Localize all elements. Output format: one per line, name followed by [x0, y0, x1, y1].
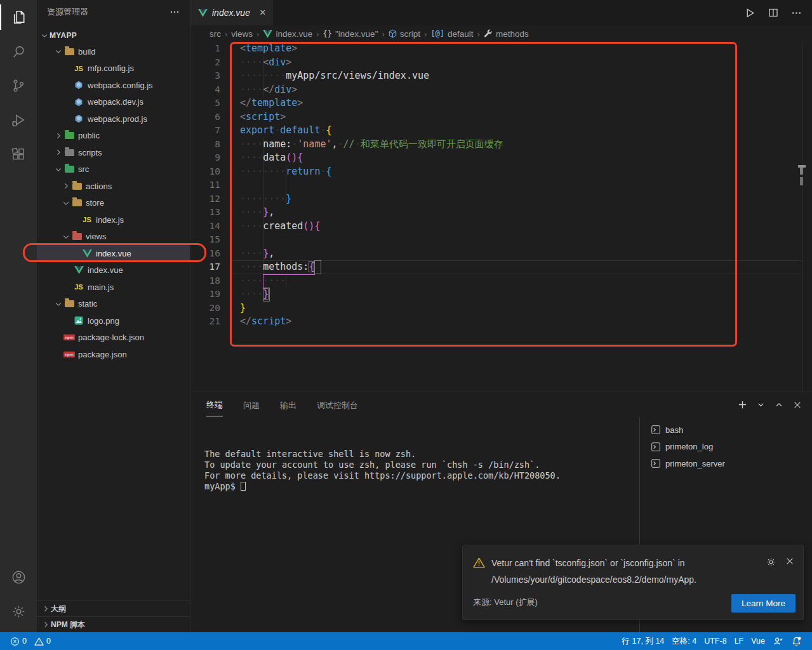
file-tree: buildJSmfp.config.jswebpack.config.jsweb… — [37, 43, 190, 363]
tree-item-public[interactable]: public — [37, 128, 190, 145]
maximize-panel-icon[interactable] — [775, 401, 783, 409]
terminal-picker-icon[interactable] — [757, 401, 765, 409]
encoding[interactable]: UTF-8 — [700, 637, 730, 646]
breadcrumb-item[interactable]: methods — [484, 29, 529, 39]
tree-item-actions[interactable]: actions — [37, 178, 190, 195]
code-line-7[interactable]: 7export·default·{ — [190, 124, 812, 138]
tab-index-vue[interactable]: index.vue × — [190, 0, 273, 25]
notifications-bell-icon[interactable] — [787, 636, 806, 647]
panel-tab-terminal[interactable]: 终端 — [206, 393, 223, 416]
terminal-instance-primeton_server[interactable]: primeton_server — [640, 455, 812, 472]
split-editor-icon[interactable] — [768, 8, 778, 18]
code-line-18[interactable]: 18········ — [190, 274, 812, 288]
settings-icon — [11, 604, 27, 620]
activity-bar-item-account[interactable] — [0, 560, 37, 594]
breadcrumb-item[interactable]: views — [231, 29, 253, 39]
activity-bar-item-settings[interactable] — [0, 594, 37, 628]
new-terminal-icon[interactable] — [738, 400, 747, 409]
breadcrumb-item[interactable]: src — [210, 29, 221, 39]
code-line-6[interactable]: 6<script> — [190, 110, 812, 124]
activity-bar-item-source-control[interactable] — [0, 69, 37, 103]
tree-item-index.js[interactable]: JSindex.js — [37, 211, 190, 229]
tree-item-index.vue[interactable]: index.vue — [37, 262, 190, 279]
more-actions-icon[interactable] — [170, 7, 180, 17]
code-line-5[interactable]: 5</template> — [190, 96, 812, 110]
code-line-20[interactable]: 20} — [190, 302, 812, 315]
js-icon: JS — [74, 65, 83, 72]
tree-item-label: store — [86, 198, 104, 208]
activity-bar-item-extensions[interactable] — [0, 137, 37, 171]
activity-bar-item-search[interactable] — [0, 34, 37, 69]
breadcrumb-item[interactable]: [@]default — [430, 29, 473, 39]
breadcrumb-label: index.vue — [276, 29, 312, 39]
tree-item-package-lock.json[interactable]: npmpackage-lock.json — [37, 329, 190, 347]
tree-item-views[interactable]: views — [37, 229, 190, 246]
terminal-instance-primeton_log[interactable]: primeton_log — [640, 439, 812, 456]
notification-settings-gear-icon[interactable] — [766, 557, 776, 567]
project-section-header[interactable]: MYAPP — [37, 28, 190, 43]
code-line-10[interactable]: 10········return·{ — [190, 165, 812, 179]
code-line-1[interactable]: 1<template> — [190, 42, 812, 56]
tree-item-webpack.config.js[interactable]: webpack.config.js — [37, 77, 190, 94]
tree-item-index.vue[interactable]: index.vue — [37, 245, 190, 262]
code-line-3[interactable]: 3········myApp/src/views/index.vue — [190, 69, 812, 83]
activity-bar-item-run-debug[interactable] — [0, 103, 37, 137]
feedback-icon[interactable] — [769, 636, 787, 646]
tree-item-webpack.prod.js[interactable]: webpack.prod.js — [37, 110, 190, 128]
tree-item-package.json[interactable]: npmpackage.json — [37, 346, 190, 363]
tree-item-main.js[interactable]: JSmain.js — [37, 279, 190, 296]
eol-selector[interactable]: LF — [731, 637, 748, 646]
activity-bar-item-explorer[interactable] — [0, 0, 37, 34]
run-icon[interactable] — [745, 8, 755, 18]
breadcrumb-label: views — [231, 29, 253, 39]
tab-label: index.vue — [212, 8, 250, 18]
tree-item-scripts[interactable]: scripts — [37, 144, 190, 161]
close-icon[interactable] — [785, 557, 794, 566]
more-actions-icon[interactable] — [791, 8, 802, 18]
panel-tab-problems[interactable]: 问题 — [243, 394, 260, 416]
code-line-12[interactable]: 12········} — [190, 192, 812, 206]
tree-item-store[interactable]: store — [37, 195, 190, 212]
panel-tab-debug-console[interactable]: 调试控制台 — [317, 394, 358, 416]
language-mode[interactable]: Vue — [747, 637, 769, 646]
learn-more-button[interactable]: Learn More — [731, 594, 795, 613]
panel-tab-output[interactable]: 输出 — [280, 394, 296, 416]
tree-item-static[interactable]: static — [37, 296, 190, 313]
code-line-15[interactable]: 15 — [190, 233, 812, 247]
code-line-4[interactable]: 4····</div> — [190, 83, 812, 97]
breadcrumb-item[interactable]: {}"index.vue" — [323, 29, 378, 39]
code-line-8[interactable]: 8····name:·'name',·//·和菜单代码一致即可开启页面缓存 — [190, 138, 812, 152]
code-line-21[interactable]: 21</script> — [190, 315, 812, 329]
indentation[interactable]: 空格: 4 — [668, 636, 700, 647]
breadcrumb-item[interactable]: script — [389, 29, 420, 39]
code-line-17[interactable]: 17····methods:{ — [190, 260, 812, 274]
tree-item-build[interactable]: build — [37, 43, 190, 60]
code-line-2[interactable]: 2····<div> — [190, 56, 812, 70]
terminal-output[interactable]: The default interactive shell is now zsh… — [204, 449, 561, 492]
tree-item-src[interactable]: src — [37, 161, 190, 178]
tree-item-logo.png[interactable]: logo.png — [37, 312, 190, 329]
source-control-icon — [11, 78, 26, 93]
breadcrumb-item[interactable]: index.vue — [263, 29, 312, 39]
terminal-instance-label: primeton_server — [665, 459, 725, 468]
cursor-position[interactable]: 行 17, 列 14 — [618, 636, 669, 647]
tree-item-label: main.js — [88, 282, 114, 292]
terminal-instance-bash[interactable]: bash — [640, 421, 812, 439]
code-line-9[interactable]: 9····data(){ — [190, 151, 812, 165]
tree-item-mfp.config.js[interactable]: JSmfp.config.js — [37, 60, 190, 77]
sidebar-section-outline[interactable]: 大纲 — [37, 600, 190, 616]
tree-item-webpack.dev.js[interactable]: webpack.dev.js — [37, 94, 190, 111]
code-line-19[interactable]: 19····} — [190, 288, 812, 302]
svg-text:npm: npm — [65, 352, 74, 357]
close-icon[interactable]: × — [260, 7, 265, 18]
sidebar-section-npm-scripts[interactable]: NPM 脚本 — [37, 616, 190, 632]
code-line-16[interactable]: 16····}, — [190, 247, 812, 261]
close-panel-icon[interactable] — [793, 401, 802, 409]
sidebar-bottom-sections: 大纲NPM 脚本 — [37, 600, 190, 632]
code-text: </template> — [220, 96, 303, 110]
code-editor[interactable]: 1<template>2····<div>3········myApp/src/… — [190, 42, 812, 392]
code-line-13[interactable]: 13····}, — [190, 206, 812, 220]
problems-status[interactable]: 0 0 — [6, 632, 55, 650]
code-line-14[interactable]: 14····created(){ — [190, 220, 812, 234]
code-line-11[interactable]: 11 — [190, 178, 812, 192]
